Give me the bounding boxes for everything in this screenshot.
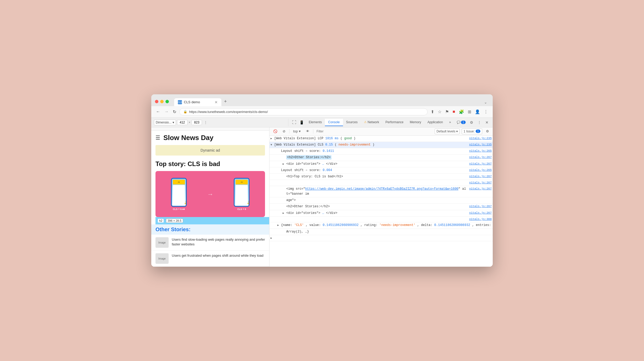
- tab-application[interactable]: Application: [424, 119, 446, 126]
- minimize-window-button[interactable]: [160, 100, 164, 103]
- img-continued-message: age">: [286, 198, 492, 203]
- device-toggle-icon[interactable]: 📱: [298, 119, 305, 126]
- lcp-source-link[interactable]: vitals.js:235: [467, 136, 492, 141]
- height-input[interactable]: [191, 120, 202, 125]
- h1-source-link[interactable]: vitals.js:267: [467, 174, 492, 179]
- phone-content-good: [236, 185, 248, 205]
- div2-source-link[interactable]: vitals.js:267: [467, 211, 492, 215]
- flag-button[interactable]: ⚑: [444, 109, 450, 115]
- back-button[interactable]: ←: [155, 109, 161, 115]
- sidebar-button[interactable]: ⊞: [467, 109, 472, 115]
- other-stories-heading: Other Stories:: [151, 224, 269, 235]
- h2-other-stories-entry: <h2>Other Stories:</h2> vitals.js:267: [269, 154, 493, 161]
- responsive-toolbar: Dimensio... ▾ × ⋮ ⛶ 📱 Elements Console S…: [151, 118, 493, 127]
- new-tab-button[interactable]: +: [221, 97, 230, 106]
- record-button[interactable]: ■: [451, 109, 456, 115]
- title-bar: CLS CLS demo ✕ + ⌄: [151, 94, 493, 106]
- dynamic-ad-banner: Dynamic ad: [155, 145, 265, 156]
- div2-expand-icon[interactable]: ▶: [283, 211, 286, 215]
- img-url-link[interactable]: https://web-dev.imgix.net/image/admin/74…: [305, 187, 458, 191]
- tab-memory[interactable]: Memory: [407, 119, 424, 126]
- ls2-source-link[interactable]: vitals.js:265: [467, 168, 492, 173]
- cls-expand-icon[interactable]: ▼: [271, 142, 274, 147]
- width-input[interactable]: [177, 120, 188, 125]
- empty-source-link-308[interactable]: vitals.js:308: [467, 217, 492, 222]
- finger-icon-good: 👆: [247, 200, 250, 205]
- cls-good-label: CLS = 0: [237, 208, 246, 210]
- network-warning-icon: ⚠: [364, 120, 367, 124]
- filter-input[interactable]: [315, 129, 433, 134]
- address-bar[interactable]: 🔒 https://www.tunetheweb.com/experiments…: [179, 108, 428, 115]
- forward-button[interactable]: →: [163, 109, 170, 115]
- levels-arrow-icon: ▾: [456, 130, 458, 133]
- empty-source-link-267[interactable]: vitals.js:267: [467, 180, 492, 185]
- ls1-source-link[interactable]: vitals.js:265: [467, 149, 492, 153]
- maximize-window-button[interactable]: [165, 100, 169, 103]
- stop-button[interactable]: ⊘: [281, 128, 287, 134]
- tab-elements[interactable]: Elements: [305, 119, 325, 126]
- url-text: https://www.tunetheweb.com/experiments/c…: [189, 110, 424, 114]
- cls-object-line2-entry: Array(2), …}: [269, 229, 493, 235]
- h2-message: <h2>Other Stories:</h2>: [286, 155, 467, 160]
- share-button[interactable]: ⬆: [430, 109, 435, 115]
- extensions-button[interactable]: 🧩: [458, 109, 465, 115]
- bottom-expand-icon[interactable]: ▶: [271, 236, 274, 240]
- tab-performance[interactable]: Performance: [382, 119, 407, 126]
- div1-source-link[interactable]: vitals.js:267: [467, 162, 492, 166]
- responsive-more-button[interactable]: ⋮: [204, 121, 207, 124]
- news-item: Image Users find slow-loading web pages …: [151, 235, 269, 251]
- issues-badge-button[interactable]: 💬 1: [455, 120, 467, 125]
- h2-2-source-link[interactable]: vitals.js:267: [467, 204, 492, 209]
- element-tag-badge: h2: [158, 219, 164, 223]
- img-source-link[interactable]: vitals.js:267: [467, 187, 492, 191]
- clear-console-button[interactable]: 🚫: [272, 128, 279, 134]
- devtools-settings-icon[interactable]: ⚙: [468, 119, 475, 126]
- cls-obj-expand-icon[interactable]: ▶: [277, 223, 281, 228]
- context-selector[interactable]: top ▾: [292, 128, 302, 134]
- news-text-1: Users find slow-loading web pages really…: [172, 237, 265, 247]
- tab-overflow-button[interactable]: ⌄: [482, 98, 489, 106]
- phone-content-bad: [173, 185, 185, 205]
- tab-more[interactable]: »: [446, 119, 454, 126]
- profile-button[interactable]: 👤: [474, 109, 481, 115]
- news-text-2: Users get frustrated when pages shift ar…: [172, 253, 263, 258]
- browser-more-button[interactable]: ⋮: [483, 109, 489, 115]
- ls1-message: Layout shift – score: 0.1411: [281, 149, 467, 154]
- scroll-indicator: [151, 127, 269, 131]
- lcp-log-entry: ▶ [Web Vitals Extension] LCP 1816 ms ( g…: [269, 136, 493, 142]
- inspect-element-icon[interactable]: ⛶: [290, 119, 298, 126]
- tab-network[interactable]: ⚠ Network: [361, 119, 382, 126]
- devtools-more-icon[interactable]: ⋮: [476, 119, 483, 126]
- devtools-close-icon[interactable]: ✕: [484, 119, 490, 126]
- issues-button[interactable]: 1 Issue: 1: [462, 128, 482, 134]
- news-item-2: Image Users get frustrated when pages sh…: [151, 251, 269, 267]
- h2-other-stories-2-entry: <h2>Other Stories:</h2> vitals.js:267: [269, 204, 493, 210]
- cls-message: [Web Vitals Extension] CLS 0.15 ( needs-…: [274, 142, 467, 147]
- device-dropdown[interactable]: Dimensio... ▾: [154, 120, 176, 125]
- eye-filter-button[interactable]: 👁: [304, 128, 311, 134]
- tab-sources[interactable]: Sources: [343, 119, 361, 126]
- phone-banner-bad: Ad: [173, 180, 185, 184]
- console-settings-button[interactable]: ⚙: [484, 128, 491, 134]
- cls-source-link[interactable]: vitals.js:235: [467, 142, 492, 147]
- active-tab[interactable]: CLS CLS demo ✕: [174, 98, 221, 106]
- hamburger-menu-icon[interactable]: ☰: [155, 135, 160, 141]
- hero-image: Ad 👆 ✕ CLS = 0.44 → Ad: [155, 171, 265, 217]
- toolbar-divider-2: [313, 129, 313, 133]
- site-title: Slow News Day: [163, 134, 214, 142]
- bookmark-button[interactable]: ☆: [437, 109, 443, 115]
- div1-expand-icon[interactable]: ▶: [283, 162, 286, 166]
- h2-source-link[interactable]: vitals.js:267: [467, 155, 492, 160]
- article-title: Top story: CLS is bad: [151, 156, 269, 171]
- tab-console[interactable]: Console: [325, 119, 343, 126]
- log-levels-dropdown[interactable]: Default levels ▾: [435, 128, 460, 134]
- refresh-button[interactable]: ↻: [172, 109, 177, 115]
- bad-cls-demo: Ad 👆 ✕ CLS = 0.44: [171, 178, 187, 210]
- lcp-expand-icon[interactable]: ▶: [271, 136, 274, 141]
- close-window-button[interactable]: [155, 100, 158, 103]
- bottom-expand-entry: ▶: [269, 235, 493, 241]
- good-cls-demo: Ad 👆 ✓ CLS = 0: [234, 178, 250, 210]
- nav-bar: ← → ↻ 🔒 https://www.tunetheweb.com/exper…: [151, 106, 493, 118]
- ls2-message: Layout shift – score: 0.004: [281, 168, 467, 173]
- tab-close-button[interactable]: ✕: [215, 100, 218, 104]
